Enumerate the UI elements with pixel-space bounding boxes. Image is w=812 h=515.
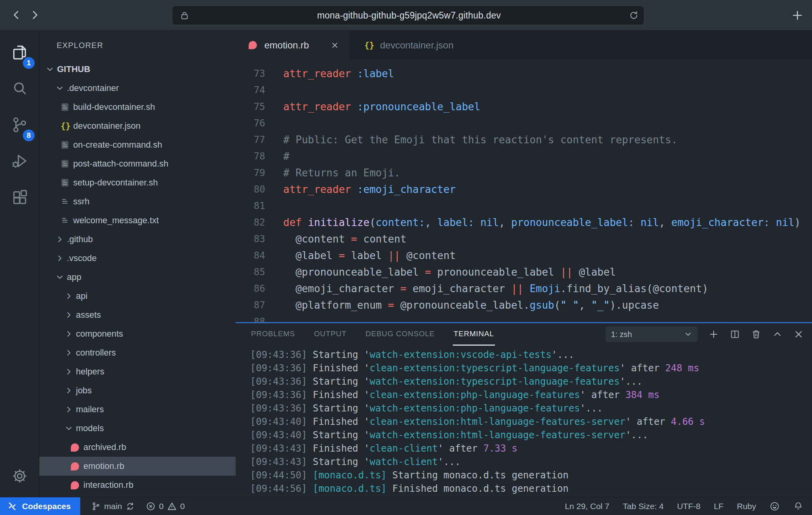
new-terminal-button[interactable] bbox=[708, 329, 719, 340]
tree-item--devcontainer[interactable]: .devcontainer bbox=[39, 79, 236, 98]
line-number: 86 bbox=[236, 283, 265, 294]
tab-terminal[interactable]: TERMINAL bbox=[453, 323, 495, 346]
tree-item-welcome-message-txt[interactable]: welcome_message.txt bbox=[39, 211, 236, 230]
code-line-74: 74 bbox=[236, 82, 812, 98]
panel-controls: 1: zsh bbox=[605, 326, 804, 342]
tree-item-on-create-command-sh[interactable]: on-create-command.sh bbox=[39, 135, 236, 154]
shell-file-icon bbox=[61, 159, 73, 169]
tree-item-ssrh[interactable]: ssrh bbox=[39, 192, 236, 211]
kill-terminal-button[interactable] bbox=[751, 329, 762, 340]
smiley-icon bbox=[770, 501, 780, 511]
panel-tab-bar: PROBLEMS OUTPUT DEBUG CONSOLE TERMINAL 1… bbox=[236, 323, 812, 346]
eol[interactable]: LF bbox=[714, 502, 723, 511]
code-line-83: 83 @content = content bbox=[236, 231, 812, 247]
browser-back-button[interactable] bbox=[9, 7, 24, 23]
code-line-73: 73attr_reader :label bbox=[236, 65, 812, 82]
close-panel-button[interactable] bbox=[793, 329, 804, 340]
split-terminal-button[interactable] bbox=[729, 329, 740, 340]
json-file-icon: {} bbox=[61, 121, 73, 131]
encoding[interactable]: UTF-8 bbox=[677, 502, 701, 511]
branch-indicator[interactable]: main bbox=[91, 502, 135, 511]
tree-item--github[interactable]: .github bbox=[39, 230, 236, 249]
tree-item-mailers[interactable]: mailers bbox=[39, 400, 236, 419]
shell-file-icon bbox=[61, 178, 73, 187]
tab-problems[interactable]: PROBLEMS bbox=[250, 323, 296, 346]
debug-icon bbox=[11, 152, 29, 170]
notifications-bell-button[interactable] bbox=[793, 501, 803, 511]
tree-item--vscode[interactable]: .vscode bbox=[39, 249, 236, 268]
tree-item-setup-devcontainer-sh[interactable]: setup-devcontainer.sh bbox=[39, 173, 236, 192]
code-line-79: 79# Returns an Emoji. bbox=[236, 165, 812, 181]
activity-explorer[interactable]: 1 bbox=[0, 34, 39, 70]
chevron-right-icon bbox=[64, 405, 74, 414]
tab-output[interactable]: OUTPUT bbox=[313, 323, 347, 346]
tree-item-controllers[interactable]: controllers bbox=[39, 343, 236, 362]
tree-item-devcontainer-json[interactable]: {}devcontainer.json bbox=[39, 117, 236, 135]
tree-item-jobs[interactable]: jobs bbox=[39, 381, 236, 400]
tab-debug-console[interactable]: DEBUG CONSOLE bbox=[365, 323, 436, 346]
code-line-text: @pronounceable_label = pronounceable_lab… bbox=[283, 266, 616, 278]
status-bar-right: Ln 29, Col 7 Tab Size: 4 UTF-8 LF Ruby bbox=[565, 501, 812, 511]
gear-icon bbox=[11, 467, 28, 485]
split-icon bbox=[729, 329, 740, 340]
tab-label: emotion.rb bbox=[264, 40, 309, 51]
tree-item-app[interactable]: app bbox=[39, 268, 236, 287]
tree-item-models[interactable]: models bbox=[39, 419, 236, 438]
tab-devcontainer-json[interactable]: {} devcontainer.json bbox=[349, 31, 474, 59]
tree-item-label: assets bbox=[76, 310, 101, 320]
code-line-84: 84 @label = label || @content bbox=[236, 247, 812, 264]
browser-topbar: mona-github-github-g59jpq2w5w7.github.de… bbox=[0, 0, 812, 31]
chevron-right-icon bbox=[64, 329, 76, 339]
tree-item-interaction-rb[interactable]: interaction.rb bbox=[39, 476, 236, 495]
tree-item-archived-rb[interactable]: archived.rb bbox=[39, 438, 236, 457]
tree-item-build-devcontainer-sh[interactable]: build-devcontainer.sh bbox=[39, 98, 236, 117]
warning-count: 0 bbox=[180, 502, 185, 511]
address-bar[interactable]: mona-github-github-g59jpq2w5w7.github.de… bbox=[172, 6, 644, 25]
chevron-right-icon bbox=[64, 386, 74, 395]
close-tab-icon[interactable] bbox=[330, 41, 339, 50]
browser-forward-button[interactable] bbox=[27, 7, 42, 23]
line-number: 79 bbox=[236, 167, 265, 178]
tree-item-components[interactable]: components bbox=[39, 324, 236, 343]
line-number: 78 bbox=[236, 151, 265, 162]
refresh-icon[interactable] bbox=[628, 10, 639, 20]
maximize-panel-button[interactable] bbox=[772, 329, 783, 340]
tree-item-helpers[interactable]: helpers bbox=[39, 362, 236, 381]
activity-extensions[interactable] bbox=[0, 179, 39, 215]
sync-icon bbox=[125, 502, 135, 511]
line-number: 83 bbox=[236, 233, 265, 245]
code-editor[interactable]: 73attr_reader :label7475attr_reader :pro… bbox=[236, 59, 812, 322]
tree-item-api[interactable]: api bbox=[39, 287, 236, 306]
activity-run-debug[interactable] bbox=[0, 143, 39, 179]
terminal-output[interactable]: [09:43:36] Starting 'watch-extension:vsc… bbox=[236, 346, 812, 497]
settings-gear-button[interactable] bbox=[0, 462, 39, 490]
language-mode[interactable]: Ruby bbox=[737, 502, 756, 511]
shell-file-icon bbox=[61, 178, 69, 187]
line-number: 80 bbox=[236, 184, 265, 195]
line-number: 84 bbox=[236, 250, 265, 261]
cursor-position[interactable]: Ln 29, Col 7 bbox=[565, 502, 609, 511]
tree-item-post-attach-command-sh[interactable]: post-attach-command.sh bbox=[39, 154, 236, 173]
source-control-badge: 8 bbox=[23, 130, 35, 141]
chevron-right-icon bbox=[64, 405, 76, 414]
feedback-smiley-button[interactable] bbox=[770, 501, 780, 511]
text-file-icon bbox=[61, 197, 69, 206]
activity-source-control[interactable]: 8 bbox=[0, 107, 39, 143]
tab-size[interactable]: Tab Size: 4 bbox=[623, 502, 664, 511]
problems-indicator[interactable]: 0 0 bbox=[146, 502, 185, 511]
codespaces-remote-button[interactable]: Codespaces bbox=[0, 497, 80, 515]
error-icon bbox=[146, 502, 155, 511]
activity-search[interactable] bbox=[0, 70, 39, 107]
chevron-down-icon bbox=[55, 83, 65, 93]
ruby-file-icon bbox=[71, 481, 83, 489]
tree-item-emotion-rb[interactable]: emotion.rb bbox=[39, 457, 236, 476]
terminal-shell-selector[interactable]: 1: zsh bbox=[605, 326, 698, 342]
chevron-right-icon bbox=[29, 9, 41, 21]
chevron-right-icon bbox=[55, 235, 67, 244]
tree-item-label: mailers bbox=[76, 404, 104, 415]
new-tab-button[interactable] bbox=[789, 7, 806, 24]
tree-item-assets[interactable]: assets bbox=[39, 306, 236, 324]
tree-item-github[interactable]: GITHUB bbox=[39, 60, 236, 79]
chevron-down-icon bbox=[64, 424, 76, 433]
tab-emotion-rb[interactable]: emotion.rb bbox=[236, 31, 349, 59]
